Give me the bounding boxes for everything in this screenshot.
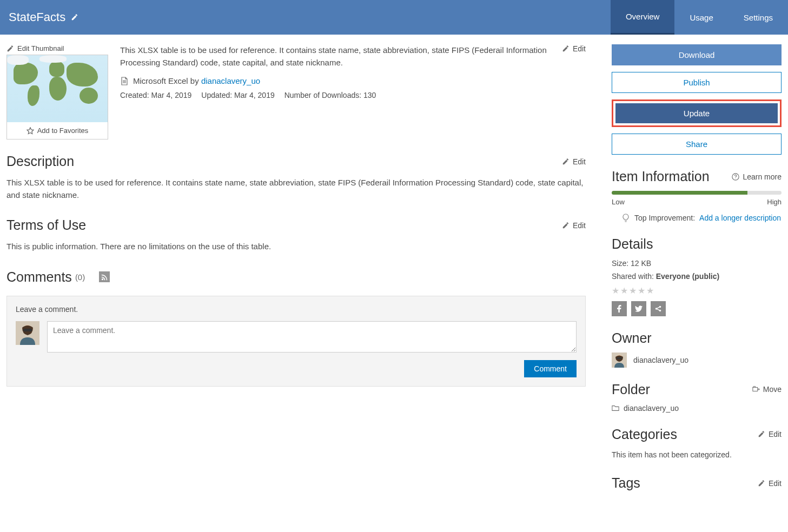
info-progress-bar (612, 191, 782, 195)
folder-icon (612, 404, 619, 412)
edit-thumbnail-button[interactable]: Edit Thumbnail (6, 44, 108, 52)
owner-avatar (612, 353, 627, 368)
shared-line: Shared with: Everyone (public) (612, 270, 782, 283)
edit-description-button[interactable]: Edit (562, 157, 586, 166)
terms-body: This is public information. There are no… (6, 241, 586, 253)
download-button[interactable]: Download (612, 44, 782, 65)
progress-high: High (767, 198, 782, 206)
pencil-icon (6, 45, 14, 52)
edit-tags-button[interactable]: Edit (758, 479, 782, 488)
move-icon (752, 385, 760, 393)
move-folder-button[interactable]: Move (752, 385, 782, 394)
thumbnail[interactable]: Add to Favorites (6, 55, 108, 139)
update-button[interactable]: Update (615, 103, 778, 123)
categories-title: Categories (612, 427, 677, 442)
tags-title: Tags (612, 475, 640, 491)
update-button-highlight: Update (612, 99, 782, 127)
star-icon: ★ (612, 285, 619, 296)
pencil-icon (562, 158, 570, 165)
main: Edit Thumbnail Add t (6, 44, 586, 497)
improvement-link[interactable]: Add a longer description (699, 214, 781, 222)
header-tabs: Overview Usage Settings (611, 0, 788, 35)
bulb-icon (621, 214, 630, 222)
edit-summary-button[interactable]: Edit (562, 44, 586, 53)
created-date: Created: Mar 4, 2019 (120, 91, 191, 99)
publish-button[interactable]: Publish (612, 72, 782, 93)
file-icon (120, 77, 129, 85)
progress-low: Low (612, 198, 625, 206)
svg-rect-13 (753, 388, 758, 391)
rating-stars[interactable]: ★ ★ ★ ★ ★ (612, 285, 782, 296)
edit-categories-button[interactable]: Edit (758, 430, 782, 438)
star-icon: ★ (629, 285, 637, 296)
categories-body: This item has not been categorized. (612, 449, 782, 462)
edit-terms-button[interactable]: Edit (562, 221, 586, 230)
author-link[interactable]: dianaclavery_uo (201, 76, 260, 85)
page-title-wrap: StateFacts (9, 0, 78, 35)
comment-form: Leave a comment. Comment (6, 296, 586, 387)
star-icon: ★ (646, 285, 654, 296)
pencil-icon (758, 480, 765, 487)
comments-title: Comments (6, 269, 72, 285)
learn-more-link[interactable]: Learn more (732, 172, 782, 181)
description-body: This XLSX table is to be used for refere… (6, 177, 586, 201)
folder-title: Folder (612, 382, 650, 397)
rss-icon (101, 274, 108, 281)
comment-submit-button[interactable]: Comment (524, 360, 577, 377)
terms-title: Terms of Use (6, 217, 86, 233)
twitter-share-button[interactable] (631, 301, 646, 316)
svg-rect-12 (617, 357, 622, 359)
tab-overview[interactable]: Overview (611, 0, 675, 35)
pencil-icon (562, 45, 570, 52)
twitter-icon (635, 305, 643, 312)
add-to-favorites-button[interactable]: Add to Favorites (7, 122, 108, 139)
generic-share-button[interactable] (651, 301, 666, 316)
folder-row[interactable]: dianaclavery_uo (612, 404, 782, 413)
pencil-icon (562, 222, 570, 229)
svg-point-0 (102, 278, 103, 280)
tab-usage[interactable]: Usage (674, 0, 728, 35)
summary-text: This XLSX table is to be used for refere… (120, 44, 586, 69)
pencil-icon (758, 430, 765, 438)
facebook-icon (615, 305, 623, 312)
comments-count: (0) (75, 272, 85, 282)
updated-date: Updated: Mar 4, 2019 (201, 91, 274, 99)
facebook-share-button[interactable] (612, 301, 627, 316)
comment-input[interactable] (47, 321, 577, 353)
share-button[interactable]: Share (612, 134, 782, 155)
owner-title: Owner (612, 330, 782, 346)
size-line: Size: 12 KB (612, 257, 782, 270)
comment-label: Leave a comment. (16, 305, 577, 314)
user-avatar (16, 321, 39, 345)
description-title: Description (6, 154, 74, 169)
item-info-title: Item Information (612, 169, 710, 184)
edit-title-icon[interactable] (71, 14, 78, 21)
sidebar: Download Publish Update Share Item Infor… (612, 44, 782, 497)
download-count: Number of Downloads: 130 (284, 91, 376, 99)
owner-name[interactable]: dianaclavery_uo (633, 356, 688, 364)
file-type-row: Microsoft Excel by dianaclavery_uo (120, 76, 586, 85)
tab-settings[interactable]: Settings (729, 0, 788, 35)
share-icon (654, 305, 662, 312)
star-icon: ★ (620, 285, 628, 296)
header: StateFacts Overview Usage Settings (0, 0, 788, 35)
help-icon (732, 173, 739, 181)
rss-button[interactable] (99, 271, 110, 282)
page-title: StateFacts (9, 10, 65, 24)
star-icon: ★ (638, 285, 645, 296)
star-icon (27, 127, 34, 135)
details-title: Details (612, 236, 782, 252)
